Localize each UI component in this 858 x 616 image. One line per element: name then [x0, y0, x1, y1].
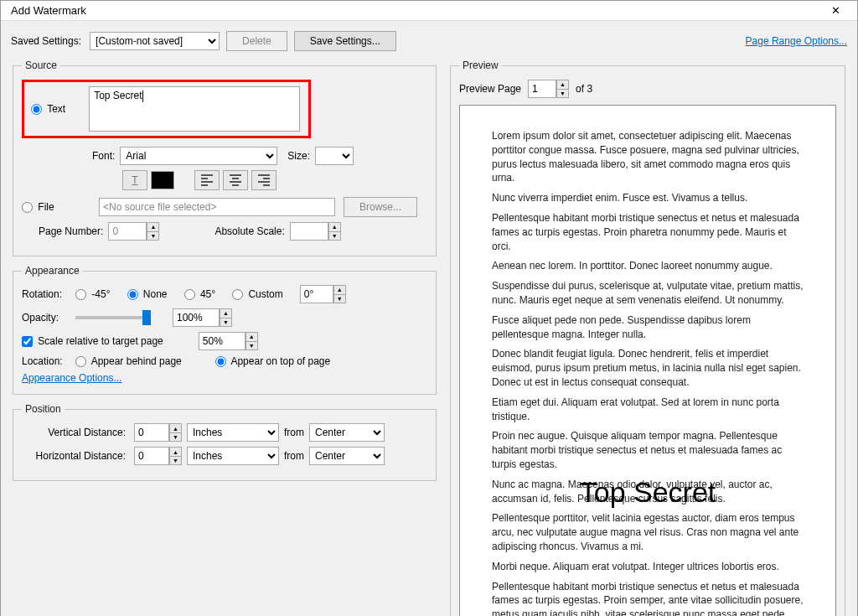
text-radio[interactable] — [31, 104, 42, 115]
save-settings-button[interactable]: Save Settings... — [294, 31, 396, 51]
scale-spinner[interactable]: ▲▼ — [199, 332, 258, 350]
scale-checkbox[interactable] — [22, 336, 33, 347]
preview-page-spinner[interactable]: ▲▼ — [528, 80, 569, 98]
file-row: File Browse... — [22, 197, 427, 217]
preview-fieldset: Preview Preview Page ▲▼ of 3 Top Secret … — [450, 60, 845, 616]
position-fieldset: Position Vertical Distance: ▲▼ Inches fr… — [13, 403, 437, 481]
down-arrow-icon[interactable]: ▼ — [329, 232, 340, 241]
columns: Source Text Top Secret Font: Arial Size: — [11, 60, 847, 616]
rot-45-radio[interactable]: 45° — [184, 288, 216, 300]
align-left-icon[interactable] — [194, 170, 220, 190]
vertical-from-select[interactable]: Center — [309, 423, 385, 442]
align-center-icon[interactable] — [223, 170, 248, 190]
vertical-distance-spinner[interactable]: ▲▼ — [134, 423, 182, 442]
rot-custom-spinner[interactable]: ▲▼ — [300, 285, 346, 303]
opacity-slider[interactable] — [75, 316, 151, 319]
horizontal-distance-spinner[interactable]: ▲▼ — [134, 447, 182, 465]
source-legend: Source — [22, 60, 60, 71]
opacity-label: Opacity: — [22, 312, 70, 324]
align-right-icon[interactable] — [251, 170, 277, 190]
preview-paragraph: Pellentesque habitant morbi tristique se… — [492, 211, 804, 253]
position-legend: Position — [22, 403, 65, 415]
font-row: Font: Arial Size: — [22, 147, 427, 165]
size-label: Size: — [287, 150, 310, 162]
rotation-label: Rotation: — [22, 288, 70, 300]
preview-paragraph: Etiam eget dui. Aliquam erat volutpat. S… — [492, 396, 804, 424]
appearance-options-link[interactable]: Appearance Options... — [22, 372, 121, 384]
preview-paragraph: Morbi neque. Aliquam erat volutpat. Inte… — [492, 560, 804, 574]
font-label: Font: — [92, 150, 115, 162]
from-label: from — [284, 427, 304, 438]
scale-row: Scale relative to target page ▲▼ — [22, 332, 427, 350]
preview-legend: Preview — [459, 60, 502, 71]
file-radio[interactable] — [22, 202, 33, 213]
vertical-unit-select[interactable]: Inches — [187, 423, 279, 442]
absolute-scale-spinner[interactable]: ▲▼ — [290, 222, 341, 241]
appearance-fieldset: Appearance Rotation: -45° None 45° Custo… — [13, 265, 437, 395]
preview-paragraph: Pellentesque habitant morbi tristique se… — [492, 580, 804, 616]
alignment-group — [194, 170, 277, 190]
dialog-window: Add Watermark ✕ Saved Settings: [Custom-… — [0, 0, 858, 616]
titlebar: Add Watermark ✕ — [1, 1, 857, 21]
horizontal-distance-label: Horizontal Distance: — [22, 450, 129, 462]
delete-button[interactable]: Delete — [226, 31, 287, 51]
preview-page-label: Preview Page — [459, 83, 521, 95]
page-number-label: Page Number: — [39, 225, 103, 237]
source-fieldset: Source Text Top Secret Font: Arial Size: — [13, 60, 437, 256]
window-title: Add Watermark — [11, 4, 86, 17]
rot-m45-radio[interactable]: -45° — [75, 288, 111, 300]
rotation-row: Rotation: -45° None 45° Custom ▲▼ — [22, 285, 427, 303]
rot-none-radio[interactable]: None — [127, 288, 168, 300]
preview-paragraph: Donec blandit feugiat ligula. Donec hend… — [492, 347, 804, 389]
scale-checkbox-label[interactable]: Scale relative to target page — [22, 335, 163, 347]
close-icon[interactable]: ✕ — [824, 1, 847, 20]
preview-paragraph: Lorem ipsum dolor sit amet, consectetuer… — [492, 129, 804, 185]
page-number-spinner[interactable]: ▲▼ — [108, 222, 159, 241]
underline-icon[interactable]: T — [122, 170, 147, 190]
appearance-legend: Appearance — [22, 265, 83, 277]
up-arrow-icon[interactable]: ▲ — [329, 223, 340, 232]
horizontal-unit-select[interactable]: Inches — [187, 447, 279, 465]
vertical-distance-label: Vertical Distance: — [22, 427, 129, 438]
text-caret — [142, 91, 143, 102]
right-column: Preview Preview Page ▲▼ of 3 Top Secret … — [448, 60, 847, 616]
preview-page-document: Top Secret Lorem ipsum dolor sit amet, c… — [459, 105, 836, 616]
opacity-row: Opacity: ▲▼ — [22, 308, 427, 327]
location-label: Location: — [22, 355, 70, 367]
saved-settings-label: Saved Settings: — [11, 35, 81, 47]
horizontal-distance-row: Horizontal Distance: ▲▼ Inches from Cent… — [22, 447, 427, 465]
location-row: Location: Appear behind page Appear on t… — [22, 355, 427, 367]
text-color-swatch[interactable] — [151, 171, 174, 189]
preview-paragraph: Aenean nec lorem. In porttitor. Donec la… — [492, 259, 804, 273]
text-radio-label[interactable]: Text — [31, 103, 65, 115]
down-arrow-icon[interactable]: ▼ — [147, 232, 158, 241]
saved-settings-select[interactable]: [Custom-not saved] — [90, 32, 220, 50]
text-format-row: T — [22, 170, 427, 190]
preview-header: Preview Page ▲▼ of 3 — [459, 80, 836, 98]
size-select[interactable] — [315, 147, 354, 165]
watermark-text-input[interactable]: Top Secret — [89, 86, 300, 132]
up-arrow-icon[interactable]: ▲ — [147, 223, 158, 232]
saved-settings-row: Saved Settings: [Custom-not saved] Delet… — [11, 31, 847, 51]
preview-paragraph: Pellentesque porttitor, velit lacinia eg… — [492, 511, 804, 553]
content: Saved Settings: [Custom-not saved] Delet… — [1, 21, 857, 616]
loc-behind-radio[interactable]: Appear behind page — [75, 355, 182, 367]
text-source-highlight: Text Top Secret — [22, 80, 311, 138]
horizontal-from-select[interactable]: Center — [309, 447, 385, 465]
rot-custom-radio[interactable]: Custom — [232, 288, 283, 300]
browse-button[interactable]: Browse... — [344, 197, 417, 217]
file-path-input[interactable] — [99, 198, 335, 216]
opacity-spinner[interactable]: ▲▼ — [173, 308, 232, 327]
preview-paragraph: Suspendisse dui purus, scelerisque at, v… — [492, 279, 804, 308]
font-select[interactable]: Arial — [120, 147, 277, 165]
preview-paragraph: Nunc viverra imperdiet enim. Fusce est. … — [492, 191, 804, 205]
page-range-options-link[interactable]: Page Range Options... — [746, 35, 847, 47]
left-column: Source Text Top Secret Font: Arial Size: — [11, 60, 438, 616]
loc-top-radio[interactable]: Appear on top of page — [215, 355, 330, 367]
vertical-distance-row: Vertical Distance: ▲▼ Inches from Center — [22, 423, 427, 442]
preview-paragraph: Fusce aliquet pede non pede. Suspendisse… — [492, 313, 804, 342]
file-page-row: Page Number: ▲▼ Absolute Scale: ▲▼ — [22, 222, 427, 241]
watermark-overlay: Top Secret — [580, 473, 716, 513]
absolute-scale-label: Absolute Scale: — [214, 225, 284, 237]
file-radio-label[interactable]: File — [22, 201, 82, 213]
